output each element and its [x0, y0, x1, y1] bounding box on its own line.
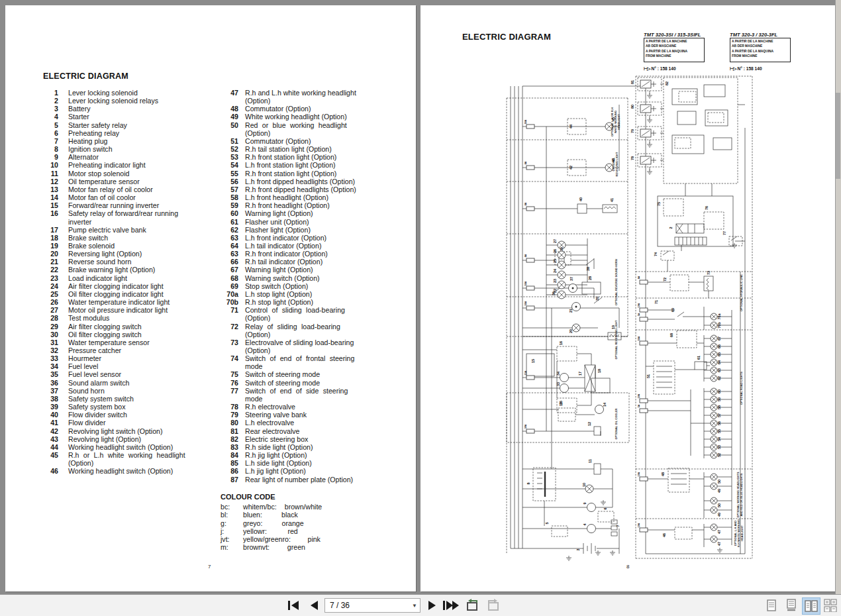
legend-item-text: Pump electric valve bank — [68, 226, 199, 234]
svg-text:27: 27 — [553, 239, 557, 243]
svg-text:HEADLIGHT: HEADLIGHT — [741, 525, 744, 541]
legend-item-number: 49 — [221, 113, 238, 121]
legend-item-number: 61 — [221, 218, 238, 226]
legend-item-line: Motor fan of oil coolor — [68, 193, 199, 201]
first-page-button[interactable] — [285, 597, 302, 614]
legend-item-text: L.h side light (Option) — [245, 459, 385, 467]
page-number: 7 — [208, 564, 211, 570]
legend-item-text: Revolving light (Option) — [68, 435, 199, 443]
svg-text:8A: 8A — [524, 254, 527, 257]
legend-item-text: Revolving light switch (Option) — [68, 427, 199, 435]
legend-item: 12Oil temperature sensor — [43, 178, 199, 185]
legend-item-number: 63 — [221, 234, 238, 242]
previous-page-button[interactable] — [305, 597, 322, 614]
legend-item-line: Stop switch (Option) — [245, 282, 385, 290]
legend-item: 13Motor fan relay of oil coolor — [43, 185, 199, 193]
legend-item: 46Working headlight switch (Option) — [43, 467, 199, 475]
legend-item: 85L.h side light (Option) — [221, 459, 385, 467]
legend-item-number: 56 — [221, 178, 238, 185]
legend-item-number: 27 — [43, 306, 58, 314]
svg-text:51: 51 — [646, 374, 650, 378]
legend-item-text: Flow divider switch — [68, 411, 199, 419]
svg-text:40: 40 — [579, 197, 583, 201]
svg-text:69: 69 — [671, 308, 675, 312]
next-page-button[interactable] — [424, 597, 441, 614]
legend-item-line: Water temperature sensor — [68, 338, 199, 346]
legend-item-line: Heating plug — [68, 137, 199, 145]
legend-item-number: 70a — [221, 290, 238, 298]
svg-text:17: 17 — [578, 372, 582, 376]
svg-text:OPTIONAL L.H OR R.H: OPTIONAL L.H OR R.H — [611, 107, 614, 136]
legend-item: 44Working headlight switch (Option) — [43, 443, 199, 451]
svg-text:9: 9 — [583, 502, 587, 504]
svg-text:75: 75 — [657, 202, 661, 206]
next-view-button[interactable] — [484, 597, 501, 614]
combobox-caret-icon[interactable]: ▼ — [409, 603, 420, 609]
vertical-scrollbar[interactable] — [835, 0, 841, 594]
legend-item-number: 28 — [43, 314, 58, 322]
svg-text:8A: 8A — [638, 276, 640, 279]
svg-text:70a: 70a — [717, 313, 721, 319]
electric-diagram-schematic: 4544434241403938373635272625242322282120… — [420, 5, 836, 591]
legend-item-text: Air filter clogging switch — [68, 323, 199, 331]
legend-item-number: 35 — [43, 370, 58, 378]
svg-text:16: 16 — [559, 341, 563, 345]
svg-text:34: 34 — [556, 371, 560, 376]
legend-item: 86L.h jig light (Option) — [221, 467, 385, 475]
legend-item-number: 74 — [221, 354, 238, 370]
svg-text:62: 62 — [717, 376, 721, 380]
legend-item-number: 83 — [221, 443, 238, 451]
svg-text:50: 50 — [717, 503, 721, 507]
legend-item-line: R.h front indicator (Option) — [245, 250, 385, 258]
legend-item-text: Ignition switch — [68, 145, 199, 153]
legend-item: 28Test modulus — [43, 314, 199, 322]
legend-item-text: Brake warning light (Option) — [68, 266, 199, 274]
legend-item-number: 21 — [43, 258, 58, 266]
facing-pages-view-button[interactable] — [802, 597, 820, 615]
svg-text:37: 37 — [569, 277, 573, 281]
single-page-view-button[interactable] — [763, 597, 780, 613]
legend-item-text: Commutator (Option) — [245, 137, 385, 145]
svg-text:49: 49 — [717, 489, 721, 493]
svg-text:28: 28 — [588, 276, 592, 280]
legend-item-number: 46 — [43, 467, 58, 475]
scrollbar-thumb[interactable] — [836, 93, 840, 179]
legend-item: 21Reverse sound horn — [43, 258, 199, 266]
legend-item: 42Revolving light switch (Option) — [43, 427, 199, 435]
legend-item: 20Reversing light (Option) — [43, 250, 199, 258]
svg-text:46: 46 — [662, 533, 666, 537]
colour-value: green — [287, 543, 305, 551]
legend-item-number: 34 — [43, 362, 58, 370]
svg-text:16A: 16A — [524, 119, 527, 124]
continuous-view-button[interactable] — [783, 597, 800, 613]
legend-item: 3Battery — [43, 105, 199, 113]
legend-item: 79Steering valve bank — [221, 411, 385, 419]
legend-item-number: 53 — [221, 153, 238, 161]
svg-text:38: 38 — [586, 267, 590, 271]
legend-item-text: Heating plug — [68, 137, 199, 145]
legend-item-number: 19 — [43, 242, 58, 250]
svg-text:81: 81 — [630, 80, 634, 84]
legend-item: 51Commutator (Option) — [221, 137, 385, 145]
svg-text:7: 7 — [616, 525, 620, 527]
colour-code: jvt: — [221, 535, 243, 543]
page-number-combobox[interactable]: 7 / 36 ▼ — [324, 598, 420, 613]
svg-text:35: 35 — [595, 297, 599, 301]
svg-text:65: 65 — [717, 352, 721, 356]
legend-item: 32Pressure catcher — [43, 346, 199, 354]
svg-text:14: 14 — [603, 402, 607, 407]
legend-item-line: Preheating indicator light — [68, 161, 199, 169]
legend-item-text: Working headlight switch (Option) — [68, 467, 199, 475]
legend-item-number: 31 — [43, 338, 58, 346]
svg-text:15: 15 — [531, 359, 535, 363]
legend-item-number: 10 — [43, 161, 58, 169]
continuous-facing-view-button[interactable] — [822, 597, 839, 613]
legend-item-line: Steering valve bank — [245, 411, 385, 419]
legend-item-line: Lever locking solenoid — [68, 89, 199, 97]
svg-text:6: 6 — [603, 507, 607, 509]
legend-item-text: R.h side light (Option) — [245, 443, 385, 451]
previous-view-button[interactable] — [464, 597, 481, 614]
legend-item-line: (Option) — [245, 314, 385, 322]
legend-item: 57R.h front dipped headlights (Option) — [221, 185, 385, 193]
last-page-button[interactable] — [442, 597, 460, 614]
